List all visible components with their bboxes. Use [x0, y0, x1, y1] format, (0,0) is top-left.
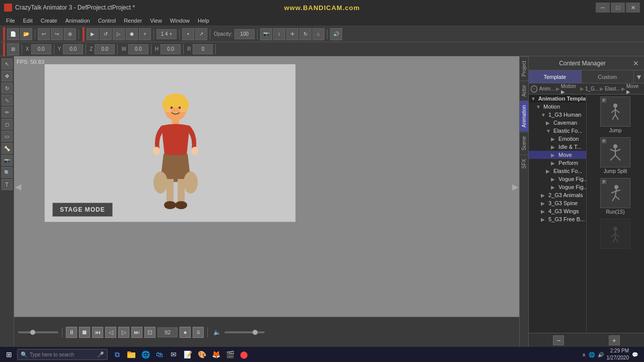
tb-redo-btn[interactable]: ↪ — [51, 28, 63, 40]
preview-thumb-jump-split[interactable]: F — [600, 137, 630, 167]
notification-icon[interactable]: 💬 — [632, 352, 638, 357]
content-manager-close[interactable]: ✕ — [632, 59, 640, 67]
tb-dot-btn[interactable]: • — [182, 28, 194, 40]
expand-sys-tray[interactable]: ∧ — [582, 352, 586, 357]
tool-move[interactable]: ✥ — [2, 70, 13, 81]
side-tab-actor[interactable]: Actor — [520, 80, 528, 101]
close-button[interactable]: ✕ — [626, 3, 640, 13]
menu-control[interactable]: Control — [94, 17, 120, 25]
tree-move[interactable]: ▶ Move — [529, 151, 586, 159]
tool-eraser[interactable]: ◻ — [2, 119, 13, 130]
taskbar-app10[interactable]: ⬤ — [237, 348, 251, 361]
tool-scale[interactable]: ⤡ — [2, 95, 13, 106]
scroll-left-arrow[interactable]: ◀ — [15, 182, 21, 192]
taskbar-app7[interactable]: 🎨 — [195, 348, 208, 361]
taskbar-file-explorer[interactable] — [125, 348, 138, 361]
tb-rotate-btn[interactable]: ↻ — [299, 28, 311, 40]
tl-record-btn[interactable]: ≡ — [193, 327, 204, 338]
tree-animation-template[interactable]: ▼ Animation Template — [529, 95, 586, 103]
tl-stop-btn[interactable]: ⏹ — [79, 327, 90, 338]
taskbar-mail[interactable]: ✉ — [167, 348, 180, 361]
tl-prev-btn[interactable]: ⏮ — [92, 327, 103, 338]
w-input[interactable] — [128, 44, 148, 54]
menu-window[interactable]: Window — [166, 17, 194, 25]
tb-play-btn[interactable]: ▶ — [87, 28, 99, 40]
tree-motion[interactable]: ▼ Motion — [529, 103, 586, 111]
scroll-right-arrow[interactable]: ▶ — [512, 182, 518, 192]
minimize-button[interactable]: ─ — [596, 3, 610, 13]
tb-speaker-btn[interactable]: 🔊 — [330, 28, 342, 40]
tb-cross-btn[interactable]: ✛ — [286, 28, 298, 40]
tool-bone[interactable]: 🦴 — [2, 143, 13, 154]
menu-file[interactable]: File — [2, 17, 19, 25]
opacity-input[interactable] — [234, 29, 255, 39]
tool-camera[interactable]: 📷 — [2, 155, 13, 166]
tb2-grid-btn[interactable]: ⊞ — [7, 43, 19, 55]
bc-anim[interactable]: Anim... — [539, 86, 555, 92]
tl-loop-btn[interactable]: ⊡ — [144, 327, 155, 338]
tl-next-btn[interactable]: ⏭ — [131, 327, 142, 338]
z-input[interactable] — [95, 44, 115, 54]
tree-1g3human[interactable]: ▼ 1_G3 Human — [529, 111, 586, 119]
menu-animation[interactable]: Animation — [61, 17, 94, 25]
taskbar-browser[interactable]: 🦊 — [209, 348, 222, 361]
side-tab-sfx[interactable]: SFX — [520, 154, 528, 172]
tb-loop-btn[interactable]: ↗ — [195, 28, 207, 40]
tb-new-btn[interactable]: 📄 — [7, 28, 19, 40]
tree-caveman[interactable]: ▶ Caveman — [529, 119, 586, 127]
preview-thumb-jump[interactable]: F — [600, 97, 630, 127]
bc-move[interactable]: Move ▶ — [626, 83, 642, 95]
tree-elastic-fo2[interactable]: ▶ Elastic Fo... — [529, 167, 586, 175]
menu-help[interactable]: Help — [194, 17, 213, 25]
bc-elast[interactable]: Elast... — [605, 86, 620, 92]
tl-speaker-icon[interactable]: 🔈 — [211, 327, 222, 338]
taskbar-store[interactable]: 🛍 — [153, 348, 166, 361]
tb-frame-input[interactable] — [156, 29, 177, 39]
left-slider-thumb[interactable] — [30, 330, 35, 335]
tb-add-btn[interactable]: + — [139, 28, 151, 40]
tl-frame-fwd-btn[interactable]: ▷ — [118, 327, 129, 338]
frame-number-input[interactable] — [157, 327, 178, 337]
taskbar-app9[interactable]: 🎬 — [223, 348, 236, 361]
tb-rev-btn[interactable]: ↺ — [100, 28, 112, 40]
menu-edit[interactable]: Edit — [19, 17, 37, 25]
x-input[interactable] — [31, 44, 51, 54]
tb-move-btn[interactable]: ↕ — [273, 28, 285, 40]
restore-button[interactable]: □ — [611, 3, 625, 13]
tree-idle[interactable]: ▶ Idle & T... — [529, 143, 586, 151]
tl-audio-btn[interactable]: ● — [180, 327, 191, 338]
tool-shape[interactable]: ▭ — [2, 131, 13, 142]
tl-frame-back-btn[interactable]: ◁ — [105, 327, 116, 338]
side-tab-animation[interactable]: Animation — [520, 101, 528, 131]
cm-tab-expand[interactable]: ▼ — [634, 70, 644, 83]
tb-rec-btn[interactable]: ⏺ — [126, 28, 138, 40]
cm-remove-btn[interactable]: − — [553, 335, 564, 345]
menu-view[interactable]: View — [146, 17, 166, 25]
tool-rotate[interactable]: ↻ — [2, 82, 13, 94]
menu-create[interactable]: Create — [37, 17, 61, 25]
side-tab-project[interactable]: Project — [520, 56, 528, 80]
tree-2g3animals[interactable]: ▶ 2_G3 Animals — [529, 191, 586, 199]
tool-select[interactable]: ↖ — [2, 58, 13, 69]
side-tab-scene[interactable]: Scene — [520, 132, 528, 154]
tl-pause-btn[interactable]: ⏸ — [66, 327, 77, 338]
y-input[interactable] — [63, 44, 83, 54]
tree-vogue2[interactable]: ▶ Vogue Fig... — [529, 183, 586, 191]
tool-text[interactable]: T — [2, 179, 13, 190]
taskbar-task-view[interactable]: ⧉ — [111, 348, 124, 361]
bc-motion[interactable]: Motion ▶ — [561, 83, 579, 95]
tree-vogue1[interactable]: ▶ Vogue Fig... — [529, 175, 586, 183]
tree-4g3wings[interactable]: ▶ 4_G3 Wings — [529, 207, 586, 215]
cm-add-btn[interactable]: + — [609, 335, 620, 345]
taskbar-notepad[interactable]: 📝 — [181, 348, 194, 361]
tree-elastic-fo1[interactable]: ▼ Elastic Fo... — [529, 127, 586, 135]
start-button[interactable]: ⊞ — [2, 347, 16, 361]
tb-cam-btn[interactable]: 📷 — [260, 28, 272, 40]
preview-jump-split[interactable]: F Jump Split — [600, 137, 630, 174]
tab-custom[interactable]: Custom — [582, 70, 634, 83]
h-input[interactable] — [160, 44, 181, 54]
tb-open-btn[interactable]: 📂 — [20, 28, 32, 40]
r-input[interactable] — [193, 44, 213, 54]
tb-copy-btn[interactable]: ⊕ — [64, 28, 76, 40]
taskbar-search[interactable]: 🔍 Type here to search 🎤 — [17, 349, 108, 360]
